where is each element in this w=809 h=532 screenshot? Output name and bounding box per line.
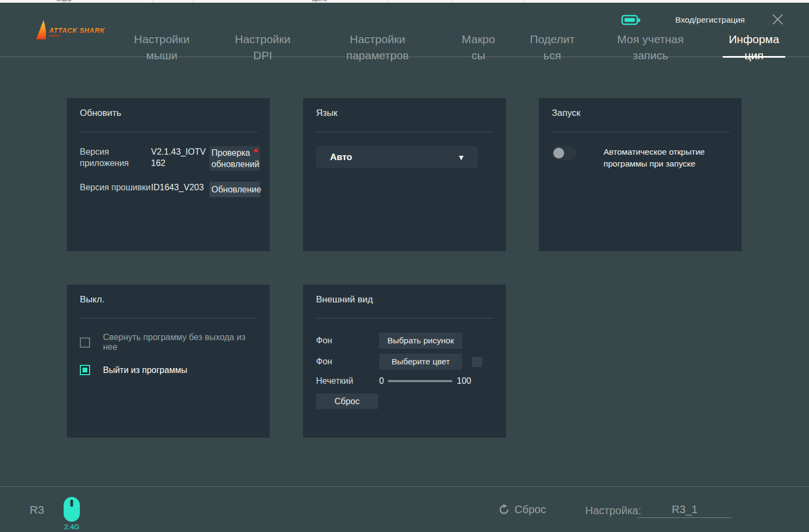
tab-my-account[interactable]: Моя учетная запись <box>602 31 699 64</box>
background-label: Фон <box>316 336 379 346</box>
choose-color-button[interactable]: Выберите цвет <box>379 354 462 370</box>
background-image-row: Фон Выбрать рисунок <box>316 333 494 349</box>
scroll-wheel-slot <box>71 500 73 507</box>
tab-information[interactable]: Информа ция <box>708 31 800 64</box>
divider <box>316 318 494 319</box>
slider-max-value: 100 <box>457 376 471 386</box>
minimize-option[interactable]: Свернуть программу без выхода из нее <box>80 333 258 352</box>
language-select[interactable]: Авто ▼ <box>316 146 478 168</box>
appearance-reset-button[interactable]: Сброс <box>316 393 378 409</box>
profile-label: Настройка: <box>585 505 641 517</box>
divider <box>80 318 258 319</box>
header-bar: ATTACK SHARK Настройки мыши Настройки DP… <box>0 3 809 57</box>
blur-row: Нечеткий 0 100 <box>316 376 494 386</box>
firmware-version-row: Версия прошивки ID1643_V203 Обновление <box>80 182 258 197</box>
exit-option[interactable]: Выйти из программы <box>80 365 258 375</box>
shark-fin-icon <box>36 20 46 39</box>
attack-shark-logo: ATTACK SHARK <box>32 17 108 47</box>
slider-min-value: 0 <box>379 376 388 386</box>
mouse-icon <box>64 497 80 522</box>
color-swatch[interactable] <box>472 357 482 367</box>
toggle-knob <box>553 148 564 158</box>
autostart-label: Автоматическое открытие программы при за… <box>604 146 730 170</box>
checkbox-checked <box>80 365 90 375</box>
card-title: Запуск <box>552 108 730 119</box>
card-title: Обновить <box>80 108 258 119</box>
app-version-label: Версия приложения <box>80 146 151 171</box>
brand-text: ATTACK SHARK <box>49 27 105 34</box>
card-launch: Запуск Автоматическое открытие программы… <box>539 98 742 251</box>
blur-slider[interactable] <box>388 380 453 382</box>
battery-icon <box>621 15 641 29</box>
connection-type: 2.4G <box>64 523 80 531</box>
card-power-off: Выкл. Свернуть программу без выхода из н… <box>67 285 270 438</box>
card-language: Язык Авто ▼ <box>303 98 506 251</box>
app-version-row: Версия приложения V2.1.43_IOTV162 Провер… <box>80 146 258 171</box>
login-register-link[interactable]: Вход/регистрация <box>675 15 745 25</box>
language-selected-value: Авто <box>330 152 352 163</box>
divider <box>80 132 258 132</box>
update-available-badge <box>254 149 258 153</box>
card-title: Язык <box>316 108 494 119</box>
tab-mouse-settings[interactable]: Настройки мыши <box>116 31 208 64</box>
reset-button[interactable]: Сброс <box>498 503 546 516</box>
connected-device[interactable]: 2.4G <box>64 497 80 531</box>
background-color-row: Фон Выберите цвет <box>316 354 494 370</box>
divider <box>316 132 494 132</box>
firmware-update-button[interactable]: Обновление <box>209 182 260 197</box>
choose-image-button[interactable]: Выбрать рисунок <box>379 333 462 349</box>
clipped-text-fragment: Цвета <box>312 0 327 2</box>
tab-macros[interactable]: Макро сы <box>451 31 505 64</box>
refresh-icon <box>498 504 510 515</box>
card-title: Выкл. <box>80 294 258 305</box>
firmware-version-value: ID1643_V203 <box>151 182 209 193</box>
close-icon[interactable] <box>770 12 785 27</box>
blur-label: Нечеткий <box>316 376 379 386</box>
autostart-row: Автоматическое открытие программы при за… <box>552 146 730 170</box>
device-name: R3 <box>30 503 44 516</box>
app-window: апдер Цвета <box>0 0 809 532</box>
reset-label: Сброс <box>515 503 546 516</box>
zigzag-underline <box>49 35 60 37</box>
card-appearance: Внешний вид Фон Выбрать рисунок Фон Выбе… <box>303 285 506 438</box>
tab-underline <box>723 56 785 58</box>
chevron-down-icon: ▼ <box>457 153 465 162</box>
profile-name-input[interactable]: R3_1 <box>637 501 732 518</box>
footer-bar: R3 2.4G Сброс Настройка: R3_1 <box>0 486 809 532</box>
background-label: Фон <box>316 357 379 367</box>
card-title: Внешний вид <box>316 294 494 305</box>
tab-share[interactable]: Поделит ься <box>525 31 579 64</box>
tab-parameter-settings[interactable]: Настройки параметров <box>332 31 423 64</box>
firmware-version-label: Версия прошивки <box>80 182 151 193</box>
app-version-value: V2.1.43_IOTV162 <box>151 146 209 171</box>
check-updates-button[interactable]: Проверка обновлений <box>209 146 260 171</box>
divider <box>552 132 730 132</box>
card-update: Обновить Версия приложения V2.1.43_IOTV1… <box>67 98 270 251</box>
checkbox-unchecked <box>80 337 90 348</box>
tab-dpi-settings[interactable]: Настройки DPI <box>217 31 308 64</box>
autostart-toggle[interactable] <box>552 146 577 160</box>
clipped-text-fragment: апдер <box>57 0 72 2</box>
